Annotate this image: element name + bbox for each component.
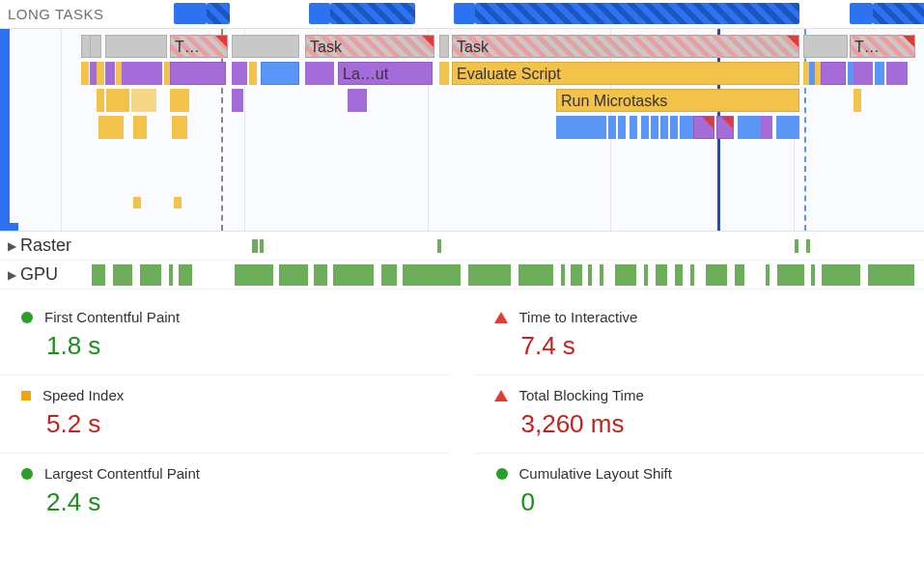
flame-left-marker [0, 29, 10, 231]
evaluate-script-block[interactable]: Evaluate Script [452, 62, 799, 85]
metric-cls[interactable]: Cumulative Layout Shift 0 [475, 453, 925, 531]
metric-fcp[interactable]: First Contentful Paint 1.8 s [0, 297, 450, 374]
long-tasks-label: LONG TASKS [0, 6, 174, 22]
status-icon-poor [494, 312, 508, 323]
status-icon-average [21, 391, 31, 400]
status-icon-good [496, 468, 508, 480]
raster-row[interactable]: ▶ Raster [0, 232, 924, 261]
task-block[interactable]: T… [170, 35, 228, 58]
long-tasks-track[interactable] [174, 0, 924, 28]
raster-track[interactable] [92, 232, 924, 260]
status-icon-good [21, 468, 33, 480]
expand-icon[interactable]: ▶ [8, 239, 16, 253]
metric-speed-index[interactable]: Speed Index 5.2 s [0, 374, 450, 453]
gpu-row[interactable]: ▶ GPU [0, 261, 924, 290]
run-microtasks-block[interactable]: Run Microtasks [556, 89, 799, 112]
gpu-track[interactable] [92, 261, 924, 289]
status-icon-good [21, 312, 33, 323]
expand-icon[interactable]: ▶ [8, 268, 16, 282]
status-icon-poor [494, 390, 508, 401]
flame-chart[interactable]: T… Task Task T… La…ut Evaluate Script [0, 29, 924, 232]
metric-tti[interactable]: Time to Interactive 7.4 s [475, 297, 925, 374]
task-block[interactable]: Task [305, 35, 434, 58]
metric-lcp[interactable]: Largest Contentful Paint 2.4 s [0, 453, 450, 531]
task-block[interactable]: T… [850, 35, 915, 58]
long-tasks-row: LONG TASKS [0, 0, 924, 29]
metrics-grid: First Contentful Paint 1.8 s Time to Int… [0, 290, 924, 531]
gpu-label: GPU [20, 264, 58, 285]
metric-tbt[interactable]: Total Blocking Time 3,260 ms [475, 374, 925, 453]
raster-label: Raster [20, 235, 71, 256]
layout-block[interactable]: La…ut [338, 62, 433, 85]
task-block[interactable]: Task [452, 35, 799, 58]
